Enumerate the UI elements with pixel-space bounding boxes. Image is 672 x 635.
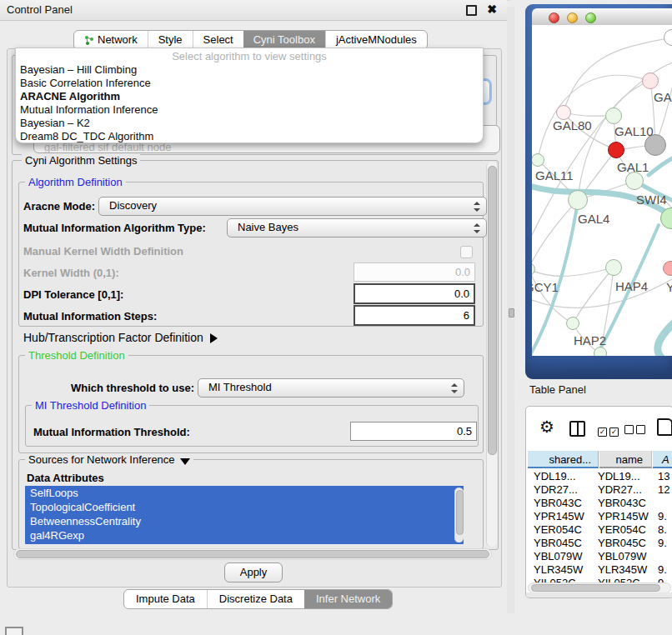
attr-list-scrollbar-thumb[interactable] (456, 490, 464, 535)
dropdown-item-selected[interactable]: ARACNE Algorithm (16, 90, 487, 103)
minimized-window-icon[interactable] (5, 627, 23, 635)
tab-cyni-toolbox[interactable]: Cyni Toolbox (243, 31, 325, 49)
data-attributes-label: Data Attributes (27, 472, 104, 484)
settings-hscrollbar-track[interactable] (13, 548, 492, 560)
node-gal4[interactable] (568, 190, 588, 210)
dropdown-prompt: Select algorithm to view settings (16, 50, 483, 62)
tab-impute-data[interactable]: Impute Data (124, 590, 207, 608)
node-label-gal80: GAL80 (553, 118, 592, 132)
tab-jactivemnodules[interactable]: jActiveMNodules (325, 31, 427, 49)
sources-expander[interactable]: Sources for Network Inference (25, 453, 193, 466)
tab-style[interactable]: Style (148, 31, 193, 49)
cell: 9. (658, 537, 672, 550)
mi-type-combo[interactable]: Naive Bayes (227, 218, 487, 238)
data-attributes-list: SelfLoops TopologicalCoefficient Between… (25, 486, 464, 544)
tab-label: Select (203, 31, 233, 49)
close-icon[interactable]: ✖ (487, 2, 497, 16)
select-all-checkboxes-icon[interactable]: ✓✓ (598, 422, 621, 438)
document-icon[interactable] (657, 418, 672, 436)
column-header-partial[interactable]: A (653, 451, 672, 468)
minimize-traffic-light[interactable] (567, 12, 578, 23)
hub-definition-expander[interactable]: Hub/Transcription Factor Definition (23, 331, 218, 344)
table-panel-footer (526, 592, 672, 598)
node-label-gal4: GAL4 (578, 212, 609, 226)
close-traffic-light[interactable] (549, 12, 559, 23)
combo-spinner-icon (474, 202, 480, 212)
threshold-title: Threshold Definition (25, 349, 128, 362)
node-gal1[interactable] (625, 172, 644, 190)
hub-definition-label: Hub/Transcription Factor Definition (23, 331, 203, 344)
node-hap2[interactable] (566, 317, 579, 330)
float-window-icon[interactable] (466, 5, 477, 16)
tab-label: Cyni Toolbox (253, 31, 315, 49)
expand-right-icon (210, 333, 218, 343)
attribute-item[interactable]: BetweennessCentrality (25, 514, 464, 528)
cell: YBR043C (534, 497, 599, 510)
dropdown-item[interactable]: Dream8 DC_TDC Algorithm (16, 130, 487, 143)
aracne-mode-combo[interactable]: Discovery (98, 197, 487, 216)
tab-discretize-data[interactable]: Discretize Data (207, 590, 304, 608)
network-window-titlebar[interactable] (532, 8, 672, 26)
control-panel-title: Control Panel (7, 3, 73, 16)
kernel-width-field[interactable]: 0.0 (354, 262, 475, 282)
cyni-settings-title: Cyni Algorithm Settings (22, 154, 140, 167)
app-window: Control Panel ✖ Network Style Select Cyn… (0, 0, 672, 635)
dropdown-item[interactable]: Bayesian – Hill Climbing (16, 63, 487, 77)
cell: 8. (658, 523, 672, 537)
combo-spinner-icon (474, 223, 480, 233)
split-columns-icon[interactable] (569, 421, 585, 437)
attr-list-scrollbar-track[interactable] (454, 488, 464, 542)
panel-splitter[interactable] (507, 7, 514, 613)
column-header-shared[interactable]: shared... (528, 451, 599, 468)
manual-kernel-checkbox[interactable] (460, 246, 473, 258)
deselect-all-checkboxes-icon[interactable] (624, 422, 648, 438)
table-hscrollbar-thumb[interactable] (531, 584, 660, 592)
node-label-gcy1: GCY1 (532, 280, 559, 294)
node-bottom[interactable] (594, 347, 607, 356)
node-salmon[interactable] (663, 261, 672, 276)
column-header-name[interactable]: name (599, 451, 652, 468)
dpi-tolerance-label: DPI Tolerance [0,1]: (23, 288, 123, 301)
node-gal10-red[interactable] (608, 142, 624, 158)
settings-scrollbar-track[interactable] (486, 162, 497, 547)
node-gal7[interactable] (642, 72, 659, 89)
attribute-item[interactable]: gal4RGexp (25, 528, 464, 542)
network-canvas[interactable]: GAL7 GAL80 GAL10 GAL1 GAL11 SWI4 GAL4 GC… (532, 25, 672, 356)
node-label-hap4: HAP4 (615, 279, 648, 293)
collapse-down-icon (180, 458, 190, 465)
which-threshold-value: MI Threshold (208, 381, 272, 393)
dropdown-item[interactable]: Bayesian – K2 (16, 117, 487, 130)
settings-hscrollbar-thumb[interactable] (16, 550, 489, 558)
which-threshold-combo[interactable]: MI Threshold (198, 378, 464, 398)
attribute-item[interactable]: SelfLoops (25, 486, 464, 500)
dpi-tolerance-field[interactable]: 0.0 (354, 283, 475, 304)
apply-button[interactable]: Apply (224, 562, 283, 582)
mi-type-label: Mutual Information Algorithm Type: (23, 222, 206, 234)
gear-icon[interactable]: ⚙ (539, 417, 554, 437)
settings-scrollbar-thumb[interactable] (488, 166, 497, 455)
attribute-item[interactable]: TopologicalCoefficient (25, 500, 464, 514)
algorithm-dropdown-list: Select algorithm to view settings Bayesi… (15, 48, 484, 143)
mi-type-value: Naive Bayes (238, 221, 298, 233)
dropdown-item[interactable]: Mutual Information Inference (16, 103, 487, 117)
zoom-traffic-light[interactable] (585, 12, 596, 23)
cell: YER054C (598, 523, 651, 537)
node-hap4[interactable] (605, 259, 622, 276)
tab-select[interactable]: Select (193, 31, 243, 49)
dropdown-item[interactable]: Basic Correlation Inference (16, 77, 487, 90)
bottom-tabbar: Impute Data Discretize Data Infer Networ… (123, 589, 393, 609)
tab-infer-network[interactable]: Infer Network (304, 590, 392, 608)
tab-network[interactable]: Network (74, 31, 148, 49)
mi-steps-field[interactable]: 6 (354, 305, 475, 326)
node-label-gal10: GAL10 (614, 124, 654, 138)
cell: YIL052C (534, 577, 599, 582)
control-panel-titlebar: Control Panel ✖ (0, 0, 507, 21)
mi-threshold-field[interactable]: 0.5 (350, 422, 477, 441)
cell: YPR145W (598, 510, 651, 523)
cell: YBR043C (598, 497, 651, 510)
mi-threshold-title: MI Threshold Definition (32, 399, 149, 412)
node-gal80[interactable] (605, 108, 622, 124)
mi-steps-label: Mutual Information Steps: (23, 310, 157, 322)
cell: 9 (658, 577, 672, 582)
cell: 12 (658, 483, 672, 497)
